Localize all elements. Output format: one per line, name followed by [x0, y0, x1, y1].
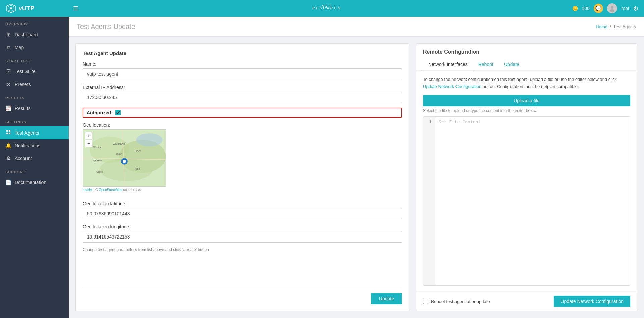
update-network-button[interactable]: Update Network Configuration	[554, 296, 630, 307]
upload-file-button[interactable]: Upload a file	[423, 95, 630, 106]
chat-button[interactable]: 💬	[594, 4, 603, 13]
user-name: root	[621, 6, 629, 11]
reboot-text: Reboot test agent after update	[431, 299, 490, 304]
tabs: Network Interfaces Reboot Update	[423, 59, 630, 70]
nav-center: NET RESEARCH	[82, 7, 572, 10]
update-network-link[interactable]: Update Network Configuration	[423, 84, 481, 89]
sidebar-item-map[interactable]: ⧉ Map	[0, 41, 69, 54]
breadcrumb-current: Test Agents	[613, 24, 636, 29]
name-field-group: Name:	[83, 61, 402, 80]
external-ip-field-group: External IP Address:	[83, 85, 402, 103]
line-numbers: 1	[423, 117, 435, 285]
right-panel: Remote Configuration Network Interfaces …	[416, 43, 637, 311]
app-logo: vUTP	[6, 3, 73, 13]
page-title: Test Agents Update	[77, 22, 135, 31]
sidebar-label-testagents: Test Agents	[15, 130, 39, 136]
map-svg: Warszawa Луцьк Wrocław Česko Львів Позна…	[83, 130, 166, 186]
sidebar-item-testsuite[interactable]: ☑ Test Suite	[0, 65, 69, 78]
svg-point-4	[610, 9, 614, 12]
avatar[interactable]	[607, 3, 617, 13]
svg-point-3	[611, 6, 613, 9]
name-label: Name:	[83, 61, 402, 67]
layout: Overview ⊞ Dashboard ⧉ Map Start Test ☑ …	[0, 17, 644, 318]
sidebar-item-documentation[interactable]: 📄 Documentation	[0, 176, 69, 189]
geo-lon-label: Geo location longitude:	[83, 224, 402, 229]
svg-text:Львів: Львів	[135, 168, 140, 170]
sidebar-label-dashboard: Dashboard	[15, 32, 38, 37]
external-ip-label: External IP Address:	[83, 85, 402, 90]
name-input[interactable]	[83, 68, 402, 80]
upload-hint: Select the file to upload or type the co…	[423, 108, 630, 113]
update-button[interactable]: Update	[371, 293, 402, 304]
external-ip-input[interactable]	[83, 92, 402, 103]
sidebar-label-notifications: Notifications	[15, 143, 40, 148]
svg-text:Wrocław: Wrocław	[93, 159, 102, 162]
map-zoom-out[interactable]: −	[85, 140, 92, 147]
left-panel-title: Test Agent Update	[83, 50, 402, 56]
code-editor: 1 Set File Content	[423, 116, 630, 286]
reboot-label: Reboot test agent after update	[423, 299, 490, 304]
geo-location-group: Geo location:	[83, 122, 402, 196]
sidebar-item-results[interactable]: 📈 Results	[0, 102, 69, 115]
svg-rect-7	[6, 132, 8, 134]
svg-point-2	[10, 7, 12, 9]
notifications-icon: 🔔	[5, 143, 11, 149]
svg-rect-5	[6, 130, 8, 132]
avatar-icon	[609, 5, 615, 12]
account-icon: ⚙	[5, 155, 11, 161]
osm-link[interactable]: OpenStreetMap	[99, 188, 122, 192]
net-logo: NET RESEARCH	[312, 7, 342, 10]
sidebar-label-documentation: Documentation	[15, 180, 46, 185]
credits-value: 100	[582, 6, 590, 11]
remote-config-title: Remote Configuration	[423, 49, 630, 55]
map-zoom-in[interactable]: +	[85, 132, 92, 139]
page-header: Test Agents Update Home / Test Agents	[69, 17, 644, 37]
geo-lon-input[interactable]	[83, 231, 402, 243]
sidebar-label-presets: Presets	[15, 82, 31, 87]
geo-lat-input[interactable]	[83, 208, 402, 219]
leaflet-link[interactable]: Leaflet	[83, 188, 93, 192]
power-icon[interactable]: ⏻	[633, 6, 638, 11]
sidebar-label-account: Account	[15, 156, 32, 161]
hamburger-menu[interactable]: ☰	[73, 5, 78, 12]
sidebar-section-results: Results	[0, 91, 69, 102]
geo-lat-group: Geo location latitude:	[83, 201, 402, 219]
svg-rect-8	[9, 132, 10, 134]
authorized-checkbox[interactable]	[115, 110, 121, 115]
authorized-box: Authorized:	[83, 108, 402, 118]
code-placeholder: Set File Content	[439, 119, 481, 124]
sidebar-item-notifications[interactable]: 🔔 Notifications	[0, 139, 69, 152]
remote-config-footer: Reboot test agent after update Update Ne…	[416, 291, 637, 311]
svg-text:Луцьк: Луцьк	[135, 149, 141, 152]
sidebar: Overview ⊞ Dashboard ⧉ Map Start Test ☑ …	[0, 17, 69, 318]
map-attribution: Leaflet | © OpenStreetMap contributors	[83, 188, 402, 192]
authorized-label: Authorized:	[87, 110, 113, 115]
sidebar-label-map: Map	[15, 45, 24, 50]
dashboard-icon: ⊞	[5, 32, 11, 38]
presets-icon: ⊙	[5, 81, 11, 87]
app-name: vUTP	[19, 5, 34, 12]
page-subtitle: Update	[114, 23, 136, 30]
sidebar-label-results: Results	[15, 106, 31, 111]
svg-text:Česko: Česko	[96, 170, 103, 173]
sidebar-item-dashboard[interactable]: ⊞ Dashboard	[0, 28, 69, 41]
geo-location-label: Geo location:	[83, 122, 402, 128]
sidebar-item-testagents[interactable]: Test Agents	[0, 126, 69, 139]
sidebar-section-overview: Overview	[0, 17, 69, 28]
tab-update[interactable]: Update	[499, 59, 525, 70]
testagents-icon	[5, 129, 11, 136]
main-content: Test Agents Update Home / Test Agents Te…	[69, 17, 644, 318]
form-hint: Change test agent parameters from list a…	[83, 247, 402, 252]
logo-icon	[6, 3, 16, 13]
reboot-checkbox[interactable]	[423, 299, 428, 304]
tab-network-interfaces[interactable]: Network Interfaces	[423, 59, 473, 70]
svg-point-13	[136, 133, 163, 147]
tab-reboot[interactable]: Reboot	[473, 59, 499, 70]
breadcrumb-home[interactable]: Home	[596, 24, 607, 29]
testsuite-icon: ☑	[5, 68, 11, 74]
remote-config-body: To change the network configuration on t…	[416, 71, 637, 291]
sidebar-item-presets[interactable]: ⊙ Presets	[0, 78, 69, 91]
code-area[interactable]: Set File Content	[435, 117, 630, 285]
sidebar-item-account[interactable]: ⚙ Account	[0, 152, 69, 165]
svg-rect-6	[9, 130, 10, 132]
